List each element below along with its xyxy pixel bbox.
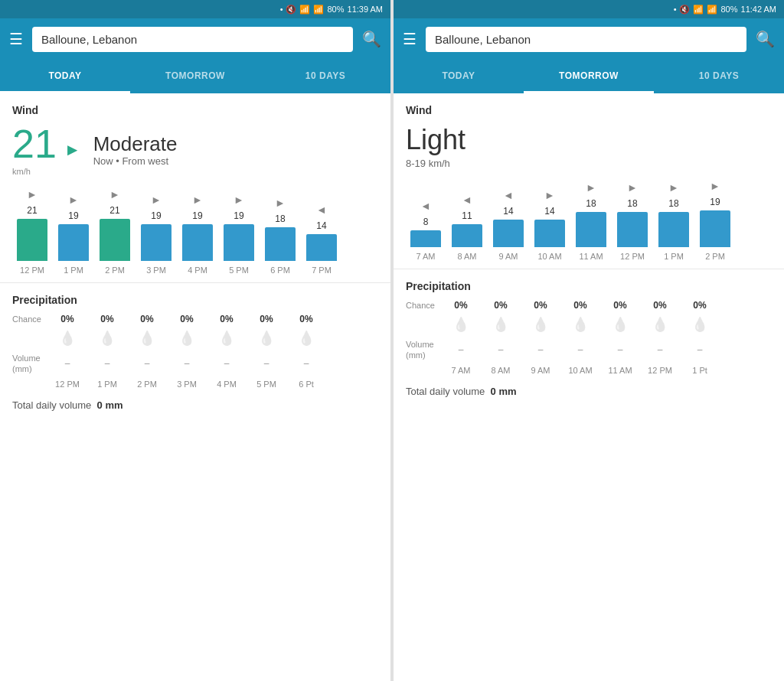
precip-mm: – (264, 358, 270, 369)
wind-col: ►194 PM (178, 194, 217, 275)
wind-bar-value: 11 (462, 210, 472, 221)
drop-col: 💧 (207, 329, 247, 348)
tab-10days-left[interactable]: 10 DAYS (260, 60, 390, 93)
wind-bar (700, 210, 730, 247)
wind-dir-arrow: ► (275, 197, 286, 209)
drop-icon: 💧 (99, 329, 116, 348)
chance-values-left: 0%0%0%0%0%0%0% (47, 314, 378, 324)
mute-icon-r: 🔇 (679, 5, 690, 15)
tab-tomorrow-left[interactable]: TOMORROW (130, 60, 260, 93)
precip-volume-col: – (207, 358, 247, 369)
precip-chance-col: 0% (640, 300, 680, 311)
wind-col: ►1410 AM (530, 189, 570, 261)
wind-time-label: 7 AM (416, 252, 435, 261)
signal-icon: 📶 (313, 5, 324, 15)
precip-chance-row-right: Chance 0%0%0%0%0%0%0% (406, 300, 772, 311)
wind-bar-value: 19 (234, 210, 243, 221)
content-right: Wind Light 8-19 km/h ◄87 AM◄118 AM◄149 A… (394, 93, 784, 681)
hamburger-icon-right[interactable]: ☰ (403, 30, 416, 48)
wind-time-label: 2 PM (105, 266, 125, 275)
search-input-left[interactable] (32, 27, 353, 52)
chance-values-right: 0%0%0%0%0%0%0% (441, 300, 772, 311)
precip-volume-col: – (481, 344, 521, 355)
wind-time-label: 11 AM (579, 252, 603, 261)
precip-pct: 0% (260, 314, 273, 324)
total-daily-left: Total daily volume 0 mm (12, 399, 378, 411)
bluetooth-icon: • (280, 5, 283, 14)
precip-mm: – (185, 358, 190, 369)
precip-mm: – (105, 358, 110, 369)
precip-pct: 0% (454, 300, 467, 311)
wind-bar (58, 224, 89, 261)
wifi-icon: 📶 (299, 5, 310, 15)
wind-col: ◄118 AM (447, 194, 487, 261)
wind-col: ◄149 AM (488, 189, 528, 261)
tabs-right: TODAY TOMORROW 10 DAYS (394, 60, 784, 93)
volume-values-right: ––––––– (441, 344, 772, 355)
wind-dir-arrow: ► (627, 181, 638, 194)
status-bar-right: • 🔇 📶 📶 80% 11:42 AM (394, 0, 784, 18)
wind-col: ►192 PM (695, 180, 735, 261)
precip-volume-col: – (87, 358, 127, 369)
status-bar-left: • 🔇 📶 📶 80% 11:39 AM (0, 0, 390, 18)
precip-times-right: 7 AM8 AM9 AM10 AM11 AM12 PM1 Pt (406, 366, 772, 375)
wind-bar (17, 219, 47, 261)
precip-time-col: 7 AM (441, 366, 481, 375)
total-daily-right: Total daily volume 0 mm (406, 386, 772, 397)
wind-bar (534, 220, 565, 247)
tab-tomorrow-right[interactable]: TOMORROW (524, 60, 654, 93)
wind-col: ►195 PM (219, 194, 259, 275)
drop-col: 💧 (481, 315, 521, 334)
precip-section-left: Precipitation Chance 0%0%0%0%0%0%0% 💧💧💧💧… (0, 283, 390, 419)
drop-icon: 💧 (691, 315, 708, 334)
drop-col: 💧 (560, 315, 600, 334)
wind-bar (493, 220, 524, 247)
search-bar-right: ☰ 🔍 (394, 18, 784, 60)
precip-pct: 0% (180, 314, 193, 324)
precip-chance-col: 0% (521, 300, 560, 311)
wind-time-label: 10 AM (537, 252, 561, 261)
search-icon-right[interactable]: 🔍 (756, 30, 775, 48)
wind-time-label: 4 PM (188, 266, 207, 275)
drop-icon: 💧 (612, 315, 629, 334)
wind-col: ►193 PM (136, 194, 176, 275)
tab-10days-right[interactable]: 10 DAYS (654, 60, 784, 93)
precip-volume-col: – (167, 358, 207, 369)
precip-pct: 0% (299, 314, 312, 324)
search-icon-left[interactable]: 🔍 (362, 30, 381, 48)
precip-volume-col: – (47, 358, 87, 369)
tab-today-left[interactable]: TODAY (0, 60, 130, 93)
precip-time-col: 6 Pt (286, 380, 326, 389)
drop-col: 💧 (247, 329, 286, 348)
precip-mm: – (224, 358, 230, 369)
wind-desc-left: Moderate Now • From west (93, 133, 178, 167)
precip-time-col: 5 PM (247, 380, 286, 389)
precip-pct: 0% (140, 314, 153, 324)
wind-bar-value: 14 (544, 206, 554, 217)
hamburger-icon-left[interactable]: ☰ (9, 30, 23, 48)
drop-col: 💧 (127, 329, 167, 348)
precip-time-col: 2 PM (127, 380, 167, 389)
precip-time-col: 11 AM (600, 366, 640, 375)
precip-times-left: 12 PM1 PM2 PM3 PM4 PM5 PM6 Pt (12, 380, 378, 389)
wind-time-label: 3 PM (146, 266, 166, 275)
precip-chance-col: 0% (441, 300, 481, 311)
drop-icon: 💧 (59, 329, 76, 348)
drop-row-right: 💧💧💧💧💧💧💧 (406, 315, 772, 334)
drop-col: 💧 (47, 329, 87, 348)
precip-title-left: Precipitation (12, 294, 378, 306)
wind-bar-value: 21 (27, 205, 37, 216)
precip-chance-col: 0% (207, 314, 247, 324)
wind-chart-left: ►2112 PM►191 PM►212 PM►193 PM►194 PM►195… (12, 188, 378, 275)
wind-direction-arrow-left: ► (64, 140, 81, 160)
wind-time-label: 7 PM (312, 266, 332, 275)
wind-bar-value: 19 (68, 210, 78, 221)
precip-time-col: 4 PM (207, 380, 247, 389)
mute-icon: 🔇 (286, 5, 296, 15)
precip-pct: 0% (100, 314, 113, 324)
search-input-right[interactable] (426, 27, 746, 52)
wind-time-label: 5 PM (229, 266, 249, 275)
precip-volume-col: – (521, 344, 560, 355)
precip-mm: – (658, 344, 663, 355)
tab-today-right[interactable]: TODAY (394, 60, 524, 93)
